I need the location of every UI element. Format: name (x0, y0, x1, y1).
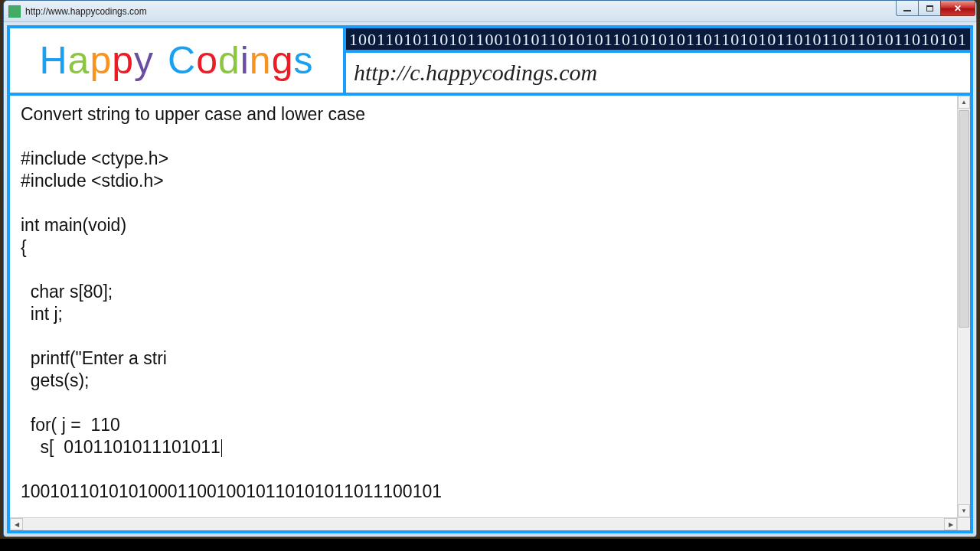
text-cursor (221, 439, 222, 457)
code-line: int main(void) (21, 215, 126, 235)
scroll-down-button[interactable]: ▼ (958, 504, 970, 517)
logo-box: HappyCodings (10, 28, 346, 93)
happy-codings-logo: HappyCodings (39, 38, 313, 83)
content-wrap: Convert string to upper case and lower c… (10, 96, 970, 517)
header-right: 1001101011010110010101101010110101010110… (346, 28, 970, 93)
app-header: HappyCodings 100110101101011001010110101… (10, 28, 970, 96)
binary-decor-strip: 1001101011010110010101101010110101010110… (346, 28, 970, 53)
app-favicon-icon (8, 5, 21, 18)
scroll-up-button[interactable]: ▲ (958, 96, 970, 109)
window-title: http://www.happycodings.com (25, 6, 147, 17)
code-editor[interactable]: Convert string to upper case and lower c… (10, 96, 957, 517)
application-window: http://www.happycodings.com ✕ HappyCodin… (3, 0, 977, 537)
code-line: #include <ctype.h> (21, 148, 168, 168)
hscroll-track[interactable] (23, 518, 944, 530)
window-maximize-button[interactable] (918, 1, 941, 16)
code-line: gets(s); (21, 370, 89, 390)
letterbox-bottom (0, 539, 980, 551)
scroll-thumb[interactable] (959, 110, 969, 328)
site-url-label: http://c.happycodings.com (346, 53, 970, 93)
window-close-button[interactable]: ✕ (940, 1, 975, 16)
code-line: 1001011010101000110010010110101011011100… (21, 481, 442, 501)
scroll-left-button[interactable]: ◀ (10, 518, 23, 530)
code-line: for( j = 110 (21, 415, 120, 435)
code-line: #include <stdio.h> (21, 171, 164, 191)
code-line: s[ 0101101011101011 (21, 437, 220, 457)
code-line: char s[80]; (21, 282, 113, 302)
window-minimize-button[interactable] (896, 1, 919, 16)
close-icon: ✕ (954, 3, 962, 14)
scroll-track[interactable] (958, 109, 970, 504)
window-controls: ✕ (897, 1, 975, 16)
horizontal-scrollbar[interactable]: ◀ ▶ (10, 517, 970, 530)
vertical-scrollbar[interactable]: ▲ ▼ (957, 96, 970, 517)
code-title: Convert string to upper case and lower c… (21, 104, 365, 124)
scrollbar-corner (957, 518, 970, 530)
code-line: { (21, 237, 27, 257)
minimize-icon (903, 10, 911, 11)
video-frame: http://www.happycodings.com ✕ HappyCodin… (0, 0, 980, 539)
maximize-icon (926, 5, 933, 11)
window-titlebar[interactable]: http://www.happycodings.com ✕ (4, 1, 976, 22)
code-line: int j; (21, 304, 63, 324)
scroll-right-button[interactable]: ▶ (944, 518, 957, 530)
client-area: HappyCodings 100110101101011001010110101… (7, 25, 973, 533)
code-line: printf("Enter a stri (21, 348, 167, 368)
